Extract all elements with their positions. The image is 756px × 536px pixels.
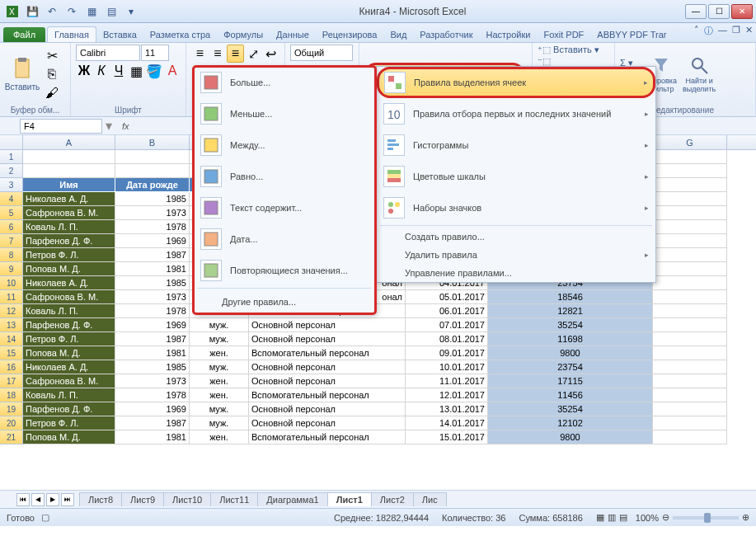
sheet-nav-first-icon[interactable]: ⏮ [16, 493, 30, 506]
paste-button[interactable]: Вставить [5, 49, 40, 99]
tab-data[interactable]: Данные [270, 27, 316, 42]
cell[interactable] [653, 192, 727, 206]
cell[interactable]: Сафронова В. М. [23, 374, 115, 388]
ribbon-minimize-icon[interactable]: ˄ [694, 25, 699, 37]
cell[interactable]: Вспомогательный персонал [249, 430, 406, 444]
help-icon[interactable]: ⓘ [704, 25, 713, 37]
row-header[interactable]: 1 [0, 150, 23, 164]
col-header-B[interactable]: B [115, 135, 190, 149]
cell[interactable]: 9800 [488, 430, 653, 444]
cell[interactable]: Николаев А. Д. [23, 360, 115, 374]
zoom-in-icon[interactable]: ⊕ [742, 512, 749, 523]
menu-manage-rules[interactable]: Управление правилами... [377, 264, 655, 282]
submenu-item[interactable]: Между... [194, 129, 375, 161]
cell[interactable] [653, 430, 727, 444]
cell[interactable]: 11.01.2017 [406, 374, 488, 388]
row-header[interactable]: 4 [0, 192, 23, 206]
tab-abbyy[interactable]: ABBYY PDF Trar [590, 27, 673, 42]
file-tab[interactable]: Файл [3, 27, 45, 42]
cell[interactable] [653, 276, 727, 290]
cell[interactable] [653, 416, 727, 430]
minimize-button[interactable]: — [685, 4, 707, 19]
wrap-icon[interactable]: ↩ [262, 45, 279, 63]
cell[interactable]: 12.01.2017 [406, 388, 488, 402]
zoom-out-icon[interactable]: ⊖ [662, 512, 669, 523]
fill-color-icon[interactable]: 🪣 [145, 62, 163, 80]
submenu-item[interactable]: Повторяющиеся значения... [194, 255, 375, 286]
row-header[interactable]: 5 [0, 206, 23, 220]
sheet-tab[interactable]: Лист11 [210, 492, 258, 506]
cell[interactable]: 08.01.2017 [406, 332, 488, 346]
tab-foxit[interactable]: Foxit PDF [537, 27, 590, 42]
mdi-restore-icon[interactable]: ❐ [732, 25, 740, 37]
menu-new-rule[interactable]: Создать правило... [377, 228, 655, 246]
undo-icon[interactable]: ↶ [43, 2, 61, 21]
col-header-G[interactable]: G [653, 135, 727, 149]
cell[interactable]: 11698 [488, 332, 653, 346]
tab-developer[interactable]: Разработчик [413, 27, 479, 42]
cell[interactable]: Основной персонал [249, 374, 406, 388]
excel-icon[interactable]: X [3, 2, 21, 21]
submenu-item[interactable]: Больше... [194, 67, 375, 98]
cell[interactable]: жен. [190, 430, 249, 444]
sheet-tab[interactable]: Лист9 [121, 492, 164, 506]
sheet-tab[interactable]: Лист1 [327, 492, 372, 506]
font-size-combo[interactable]: 11 [141, 45, 169, 61]
menu-data-bars[interactable]: Гистограммы ▸ [377, 129, 655, 161]
cell[interactable]: муж. [190, 416, 249, 430]
submenu-item[interactable]: Равно... [194, 161, 375, 192]
tab-formulas[interactable]: Формулы [217, 27, 270, 42]
cell[interactable]: Основной персонал [249, 402, 406, 416]
cell[interactable] [653, 304, 727, 318]
row-header[interactable]: 21 [0, 430, 23, 444]
cell[interactable]: 1978 [115, 304, 190, 318]
font-color-icon[interactable]: A [164, 62, 181, 80]
font-name-combo[interactable]: Calibri [76, 45, 140, 61]
bold-icon[interactable]: Ж [76, 62, 92, 80]
cell[interactable]: 1981 [115, 430, 190, 444]
cell[interactable]: Попова М. Д. [23, 262, 115, 276]
cell[interactable]: 12821 [488, 304, 653, 318]
sheet-tab[interactable]: Диаграмма1 [257, 492, 327, 506]
align-middle-icon[interactable]: ≡ [209, 45, 227, 63]
submenu-item[interactable]: Меньше... [194, 98, 375, 129]
submenu-item[interactable]: Дата... [194, 223, 375, 255]
qat-icon[interactable]: ▦ [82, 2, 101, 21]
cell[interactable]: Парфенов Д. Ф. [23, 402, 115, 416]
tab-view[interactable]: Вид [383, 27, 413, 42]
sheet-tab[interactable]: Лист10 [163, 492, 211, 506]
cell[interactable]: 1985 [115, 192, 190, 206]
cell[interactable]: Основной персонал [249, 416, 406, 430]
row-header[interactable]: 7 [0, 234, 23, 248]
cell[interactable]: 05.01.2017 [406, 290, 488, 304]
cell[interactable]: муж. [190, 360, 249, 374]
menu-color-scales[interactable]: Цветовые шкалы ▸ [377, 161, 655, 192]
cell[interactable]: 1973 [115, 374, 190, 388]
cell[interactable]: 1987 [115, 416, 190, 430]
cell[interactable]: 14.01.2017 [406, 416, 488, 430]
tab-layout[interactable]: Разметка стра [143, 27, 217, 42]
cell[interactable]: 10.01.2017 [406, 360, 488, 374]
cell[interactable]: Основной персонал [249, 360, 406, 374]
sheet-tab[interactable]: Лист2 [371, 492, 414, 506]
cell[interactable]: 12102 [488, 416, 653, 430]
view-layout-icon[interactable]: ▥ [608, 512, 616, 523]
cell[interactable]: жен. [190, 388, 249, 402]
cell[interactable] [653, 360, 727, 374]
cell[interactable]: Вспомогательный персонал [249, 388, 406, 402]
cell[interactable]: 1973 [115, 290, 190, 304]
cell[interactable]: 35254 [488, 402, 653, 416]
name-box-dropdown-icon[interactable]: ▾ [102, 118, 115, 134]
cell[interactable]: Основной персонал [249, 332, 406, 346]
orientation-icon[interactable]: ⤢ [245, 45, 262, 63]
save-icon[interactable]: 💾 [23, 2, 41, 21]
row-header[interactable]: 19 [0, 402, 23, 416]
format-painter-icon[interactable]: 🖌 [43, 84, 61, 102]
cell[interactable]: 1987 [115, 248, 190, 262]
cell[interactable]: Коваль Л. П. [23, 388, 115, 402]
tab-review[interactable]: Рецензирова [316, 27, 384, 42]
col-header-A[interactable]: A [23, 135, 115, 149]
cell[interactable]: муж. [190, 332, 249, 346]
cell[interactable]: 1978 [115, 220, 190, 234]
align-top-icon[interactable]: ≡ [191, 45, 209, 63]
